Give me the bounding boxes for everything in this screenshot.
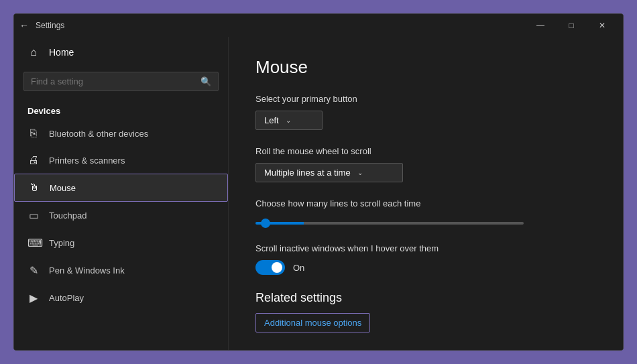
related-settings: Related settings Additional mouse option… [255, 291, 596, 332]
pen-icon: ✎ [27, 264, 40, 277]
search-icon: 🔍 [200, 76, 211, 86]
close-button[interactable]: ✕ [587, 14, 618, 37]
primary-button-dropdown[interactable]: Left ⌄ [255, 111, 323, 130]
sidebar: Home 🔍 Devices ⎘ Bluetooth & other devic… [14, 37, 229, 350]
primary-button-label: Select your primary button [255, 94, 596, 104]
right-panel: Mouse Select your primary button Left ⌄ … [229, 37, 623, 350]
sidebar-item-mouse[interactable]: 🖱 Mouse [14, 174, 228, 202]
sidebar-item-bluetooth[interactable]: ⎘ Bluetooth & other devices [14, 120, 228, 147]
autoplay-icon: ▶ [27, 292, 40, 304]
scroll-lines-slider[interactable] [255, 222, 524, 225]
sidebar-item-typing[interactable]: ⌨ Typing [14, 229, 228, 257]
touchpad-icon: ▭ [27, 209, 40, 222]
sidebar-item-printers[interactable]: 🖨 Printers & scanners [14, 147, 228, 174]
sidebar-item-pen[interactable]: ✎ Pen & Windows Ink [14, 257, 228, 284]
chevron-down-icon: ⌄ [286, 117, 291, 124]
scroll-dropdown[interactable]: Multiple lines at a time ⌄ [255, 163, 403, 182]
scroll-setting: Roll the mouse wheel to scroll Multiple … [255, 146, 596, 182]
bluetooth-icon: ⎘ [27, 127, 40, 139]
back-button[interactable]: ← [19, 20, 29, 31]
sidebar-item-label: Pen & Windows Ink [49, 265, 125, 276]
toggle-row: On [255, 260, 596, 275]
window-title: Settings [36, 21, 525, 30]
maximize-button[interactable]: □ [556, 14, 587, 37]
inactive-scroll-label: Scroll inactive windows when I hover ove… [255, 243, 596, 253]
sidebar-item-label: Bluetooth & other devices [49, 129, 148, 139]
sidebar-item-home[interactable]: Home [14, 37, 228, 68]
additional-mouse-options-link[interactable]: Additional mouse options [255, 313, 370, 332]
keyboard-icon: ⌨ [27, 237, 40, 249]
minimize-button[interactable]: — [525, 14, 556, 37]
sidebar-item-touchpad[interactable]: ▭ Touchpad [14, 202, 228, 229]
sidebar-item-label: AutoPlay [49, 293, 84, 303]
search-box[interactable]: 🔍 [23, 72, 219, 91]
toggle-slider [255, 260, 285, 275]
inactive-scroll-setting: Scroll inactive windows when I hover ove… [255, 243, 596, 275]
scroll-setting-label: Roll the mouse wheel to scroll [255, 146, 596, 156]
related-settings-title: Related settings [255, 291, 596, 305]
title-bar: ← Settings — □ ✕ [14, 14, 623, 37]
sidebar-item-label: Printers & scanners [49, 156, 125, 166]
sidebar-item-label: Touchpad [49, 210, 86, 221]
window-controls: — □ ✕ [525, 14, 618, 37]
main-layout: Home 🔍 Devices ⎘ Bluetooth & other devic… [14, 37, 623, 350]
home-icon [27, 46, 40, 58]
slider-container [255, 215, 596, 227]
scroll-lines-setting: Choose how many lines to scroll each tim… [255, 198, 596, 227]
search-input[interactable] [31, 76, 195, 86]
scroll-lines-label: Choose how many lines to scroll each tim… [255, 198, 596, 208]
sidebar-item-autoplay[interactable]: ▶ AutoPlay [14, 284, 228, 312]
primary-button-value: Left [264, 115, 279, 125]
inactive-scroll-toggle[interactable] [255, 260, 285, 275]
printer-icon: 🖨 [27, 154, 40, 166]
sidebar-item-label: Typing [49, 238, 74, 248]
sidebar-item-label: Mouse [50, 183, 76, 193]
settings-window: ← Settings — □ ✕ Home 🔍 Devices ⎘ Blueto… [13, 13, 624, 351]
primary-button-setting: Select your primary button Left ⌄ [255, 94, 596, 130]
toggle-label: On [293, 263, 304, 273]
scroll-value: Multiple lines at a time [264, 168, 351, 178]
section-label: Devices [14, 101, 228, 120]
mouse-icon: 🖱 [28, 182, 40, 194]
chevron-down-icon: ⌄ [357, 169, 363, 176]
home-label: Home [49, 47, 74, 58]
page-title: Mouse [255, 57, 596, 78]
